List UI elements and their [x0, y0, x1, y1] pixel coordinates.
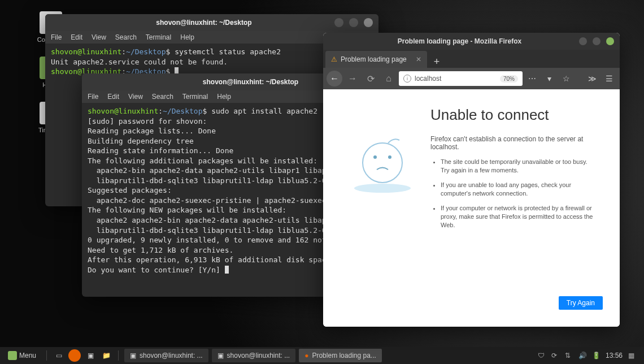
new-tab-button[interactable]: +	[427, 56, 447, 68]
menu-search[interactable]: Search	[152, 93, 173, 101]
svg-point-0	[354, 184, 411, 193]
taskbar: Menu ▭ ▣ 📁 ▣ shovon@linuxhint: ... ▣ sho…	[0, 347, 644, 364]
start-menu-button[interactable]: Menu	[3, 351, 41, 360]
menu-label: Menu	[19, 352, 36, 359]
overflow-button[interactable]: ≫	[585, 71, 599, 86]
maximize-button[interactable]	[349, 18, 358, 27]
page-content: Unable to connect Firefox can't establis…	[323, 89, 620, 327]
firefox-launcher[interactable]	[68, 349, 81, 362]
bookmark-star-button[interactable]: ☆	[559, 71, 573, 86]
suggestion-item: The site could be temporarily unavailabl…	[441, 158, 597, 175]
separator	[118, 350, 119, 361]
suggestion-item: If your computer or network is protected…	[441, 204, 597, 230]
menu-button[interactable]: ☰	[602, 71, 616, 86]
firefox-titlebar[interactable]: Problem loading page - Mozilla Firefox	[323, 33, 620, 50]
updates-icon[interactable]: ⟳	[551, 352, 559, 359]
home-button[interactable]: ⌂	[381, 71, 397, 86]
error-heading: Unable to connect	[430, 106, 597, 124]
menu-help[interactable]: Help	[217, 93, 231, 101]
task-label: Problem loading pa...	[312, 352, 376, 359]
cursor-icon	[225, 266, 229, 274]
tab-problem-loading[interactable]: ⚠ Problem loading page ✕	[325, 51, 427, 68]
network-icon[interactable]: ⇅	[565, 352, 573, 359]
svg-point-1	[363, 143, 402, 183]
error-lead: Firefox can't establish a connection to …	[430, 135, 597, 151]
calendar-icon[interactable]: ▦	[628, 352, 636, 359]
reload-button[interactable]: ⟳	[363, 71, 378, 86]
clock[interactable]: 13:56	[606, 352, 623, 359]
minimize-button[interactable]	[334, 18, 343, 27]
taskbar-task-terminal-1[interactable]: ▣ shovon@linuxhint: ...	[124, 349, 208, 362]
mint-logo-icon	[8, 351, 17, 360]
back-button[interactable]: ←	[327, 71, 342, 86]
navigation-toolbar: ← → ⟳ ⌂ i localhost 70% ⋯ ▾ ☆ ≫ ☰	[323, 68, 620, 89]
taskbar-task-firefox[interactable]: ● Problem loading pa...	[299, 349, 382, 362]
url-bar[interactable]: i localhost 70%	[399, 71, 523, 86]
error-suggestions: The site could be temporarily unavailabl…	[430, 158, 597, 230]
battery-icon[interactable]: 🔋	[592, 352, 600, 359]
maximize-button[interactable]	[593, 37, 601, 45]
task-label: shovon@linuxhint: ...	[227, 352, 290, 359]
terminal-icon: ▣	[217, 352, 224, 359]
info-icon[interactable]: i	[403, 75, 411, 83]
menu-file[interactable]: File	[88, 93, 98, 101]
menu-help[interactable]: Help	[180, 33, 194, 41]
zoom-indicator[interactable]: 70%	[500, 75, 518, 83]
shield-icon[interactable]: 🛡	[538, 352, 546, 359]
terminal-title: shovon@linuxhint: ~/Desktop	[79, 19, 329, 27]
menu-file[interactable]: File	[51, 33, 62, 41]
tab-label: Problem loading page	[341, 55, 407, 63]
minimize-button[interactable]	[579, 37, 587, 45]
page-actions-button[interactable]: ⋯	[525, 71, 539, 86]
show-desktop-button[interactable]: ▭	[53, 349, 65, 362]
forward-button[interactable]: →	[345, 71, 360, 86]
system-tray: 🛡 ⟳ ⇅ 🔊 🔋 13:56 ▦	[538, 352, 641, 359]
terminal-icon: ▣	[130, 352, 136, 359]
menu-terminal[interactable]: Terminal	[146, 33, 171, 41]
svg-point-3	[388, 155, 391, 159]
close-button[interactable]	[606, 37, 614, 45]
task-label: shovon@linuxhint: ...	[140, 352, 203, 359]
separator	[46, 350, 47, 361]
close-button[interactable]	[364, 18, 373, 27]
tab-strip: ⚠ Problem loading page ✕ +	[323, 50, 620, 68]
files-launcher[interactable]: 📁	[100, 349, 112, 362]
firefox-icon: ●	[304, 352, 308, 359]
menu-view[interactable]: View	[92, 33, 106, 41]
url-text: localhost	[415, 75, 441, 83]
menu-terminal[interactable]: Terminal	[182, 93, 208, 101]
terminal-launcher[interactable]: ▣	[84, 349, 97, 362]
error-illustration	[346, 123, 419, 197]
firefox-window[interactable]: Problem loading page - Mozilla Firefox ⚠…	[323, 33, 620, 327]
tab-close-button[interactable]: ✕	[416, 55, 421, 63]
try-again-button[interactable]: Try Again	[559, 296, 603, 310]
menu-search[interactable]: Search	[115, 33, 137, 41]
taskbar-task-terminal-2[interactable]: ▣ shovon@linuxhint: ...	[212, 349, 296, 362]
menu-edit[interactable]: Edit	[107, 93, 119, 101]
menu-edit[interactable]: Edit	[71, 33, 82, 41]
suggestion-item: If you are unable to load any pages, che…	[441, 181, 597, 198]
pocket-button[interactable]: ▾	[542, 71, 556, 86]
volume-icon[interactable]: 🔊	[578, 352, 586, 359]
warning-icon: ⚠	[331, 55, 337, 63]
terminal-titlebar[interactable]: shovon@linuxhint: ~/Desktop	[45, 14, 378, 31]
window-title: Problem loading page - Mozilla Firefox	[346, 37, 573, 45]
menu-view[interactable]: View	[128, 93, 143, 101]
svg-point-2	[373, 155, 377, 159]
